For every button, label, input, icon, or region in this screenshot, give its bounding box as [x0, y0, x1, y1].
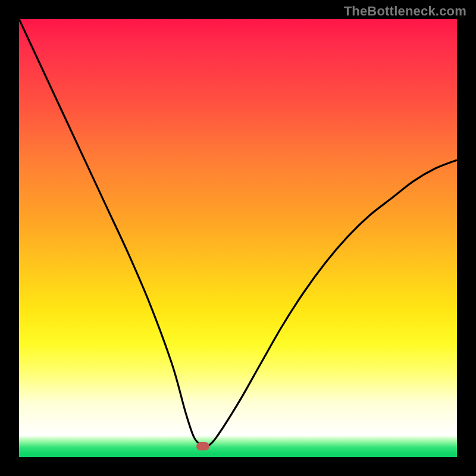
optimal-marker — [196, 442, 209, 450]
watermark-text: TheBottleneck.com — [344, 4, 466, 19]
plot-area — [19, 19, 457, 457]
chart-frame: TheBottleneck.com — [0, 0, 476, 476]
bottleneck-curve — [19, 19, 457, 457]
